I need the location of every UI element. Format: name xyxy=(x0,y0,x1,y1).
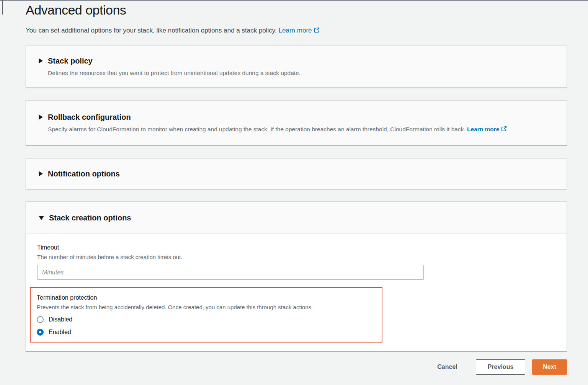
caret-right-icon xyxy=(39,171,43,176)
page-subtitle: You can set additional options for your … xyxy=(26,26,567,36)
caret-right-icon xyxy=(39,114,43,120)
external-link-icon xyxy=(501,125,507,134)
next-button[interactable]: Next xyxy=(532,359,567,375)
radio-option-disabled[interactable]: Disabled xyxy=(37,315,375,324)
left-edge-mark xyxy=(2,0,3,15)
cancel-button[interactable]: Cancel xyxy=(437,360,457,374)
termination-protection-description: Prevents the stack from being accidental… xyxy=(37,303,375,311)
previous-button[interactable]: Previous xyxy=(476,359,526,375)
section-description: Specify alarms for CloudFormation to mon… xyxy=(48,125,538,134)
learn-more-link[interactable]: Learn more xyxy=(279,27,320,34)
section-title: Stack creation options xyxy=(49,213,131,223)
section-stack-creation-options: Stack creation options Timeout The numbe… xyxy=(26,201,567,351)
section-notification-options-toggle[interactable]: Notification options xyxy=(39,169,551,179)
radio-label[interactable]: Disabled xyxy=(49,315,72,324)
section-notification-options: Notification options xyxy=(26,158,567,189)
wizard-footer: Cancel Previous Next xyxy=(26,359,567,375)
section-title: Notification options xyxy=(48,169,120,179)
rollback-learn-more-link[interactable]: Learn more xyxy=(467,126,507,132)
section-title: Rollback configuration xyxy=(48,112,131,122)
section-stack-policy: Stack policy Defines the resources that … xyxy=(26,45,567,88)
timeout-description: The number of minutes before a stack cre… xyxy=(37,253,551,261)
radio-button-icon[interactable] xyxy=(37,316,44,323)
advanced-options-page: Advanced options You can set additional … xyxy=(26,0,567,375)
timeout-label: Timeout xyxy=(37,243,551,252)
timeout-field: Timeout The number of minutes before a s… xyxy=(37,243,551,280)
radio-label[interactable]: Enabled xyxy=(49,328,71,336)
annotation-box: Termination protection Prevents the stac… xyxy=(30,287,382,343)
section-stack-policy-toggle[interactable]: Stack policy xyxy=(39,56,551,66)
section-description: Defines the resources that you want to p… xyxy=(48,69,538,77)
timeout-input[interactable] xyxy=(37,265,424,280)
section-stack-creation-options-toggle[interactable]: Stack creation options xyxy=(39,213,551,223)
section-rollback-configuration: Rollback configuration Specify alarms fo… xyxy=(26,100,567,145)
stack-creation-options-content: Timeout The number of minutes before a s… xyxy=(26,233,567,351)
radio-option-enabled[interactable]: Enabled xyxy=(37,328,375,336)
section-title: Stack policy xyxy=(48,56,93,66)
page-subtitle-text: You can set additional options for your … xyxy=(26,27,277,34)
section-rollback-configuration-toggle[interactable]: Rollback configuration xyxy=(39,112,551,122)
radio-button-icon[interactable] xyxy=(37,329,44,336)
caret-right-icon xyxy=(39,58,43,64)
page-title: Advanced options xyxy=(26,0,567,18)
external-link-icon xyxy=(314,26,320,36)
caret-down-icon xyxy=(39,216,44,220)
termination-protection-label: Termination protection xyxy=(37,294,375,302)
